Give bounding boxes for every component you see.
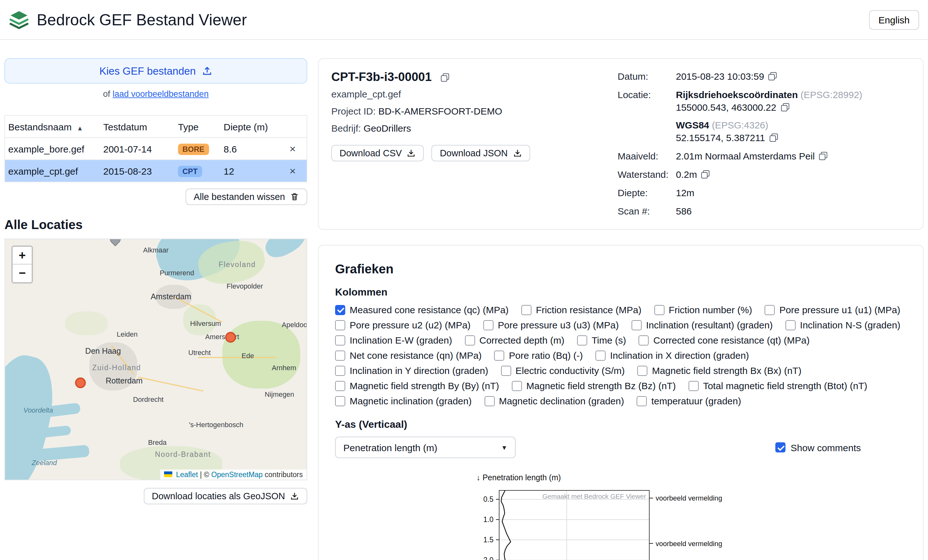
column-checkbox[interactable]: Pore pressure u2 (u2) (MPa) <box>335 320 471 330</box>
load-samples-link[interactable]: laad voorbeeldbestanden <box>113 89 208 99</box>
header-testdatum[interactable]: Testdatum <box>103 121 178 132</box>
column-checkbox[interactable]: Inclination in Y direction (graden) <box>335 365 488 376</box>
map-zoom-control: + − <box>11 245 33 283</box>
column-checkbox[interactable]: temperatuur (graden) <box>636 396 741 406</box>
left-panel: Kies GEF bestanden of laad voorbeeldbest… <box>5 58 307 504</box>
locations-map[interactable]: Alkmaar Purmerend Flevoland Amsterdam Fl… <box>5 239 307 480</box>
checkbox-icon <box>501 365 511 376</box>
checkbox-icon <box>335 320 345 330</box>
clear-all-files-button[interactable]: Alle bestanden wissen <box>185 189 307 205</box>
zoom-in-button[interactable]: + <box>13 247 32 265</box>
diepte-value: 12m <box>676 187 910 199</box>
column-checkbox[interactable]: Magnetic inclination (graden) <box>335 396 472 406</box>
column-checkbox[interactable]: Total magnetic field strength (Btot) (nT… <box>688 380 867 391</box>
column-checkbox[interactable]: Pore pressure u1 (u1) (MPa) <box>765 304 901 315</box>
checkbox-label: Measured cone resistance (qc) (MPa) <box>350 304 509 315</box>
right-panel: CPT-F3b-i3-00001 example_cpt.gef Project… <box>318 58 923 560</box>
location-marker[interactable] <box>75 377 85 388</box>
copy-icon[interactable] <box>781 103 789 111</box>
show-comments-label: Show comments <box>791 442 861 453</box>
column-checkbox[interactable]: Pore pressure u3 (u3) (MPa) <box>483 320 619 330</box>
leaflet-link[interactable]: Leaflet <box>176 471 198 478</box>
column-checkbox[interactable]: Time (s) <box>577 335 626 345</box>
column-checkbox[interactable]: Friction number (%) <box>654 304 752 315</box>
column-checkbox[interactable]: Measured cone resistance (qc) (MPa) <box>335 304 509 315</box>
remove-file-button[interactable]: × <box>286 143 300 155</box>
choose-gef-files-label: Kies GEF bestanden <box>99 65 196 77</box>
location-marker[interactable] <box>225 332 236 343</box>
checkbox-icon <box>335 335 345 345</box>
project-id-value: BD-K-AMERSFOORT-DEMO <box>378 106 502 116</box>
map-place-label: Utrecht <box>188 348 211 356</box>
map-place-label: Rotterdam <box>106 376 143 385</box>
column-checkbox[interactable]: Pore ratio (Bq) (-) <box>495 350 583 361</box>
checkbox-icon <box>495 350 505 361</box>
column-checkbox[interactable]: Magnetic field strength Bx (Bx) (nT) <box>638 365 801 376</box>
map-place-label: Zuid-Holland <box>92 364 141 372</box>
checkbox-label: Time (s) <box>592 335 626 345</box>
yaxis-select[interactable]: Penetration length (m) ▼ <box>335 437 516 458</box>
checkbox-label: Friction number (%) <box>669 304 752 315</box>
checkbox-label: Magnetic field strength Bx (Bx) (nT) <box>652 365 801 376</box>
column-checkbox[interactable]: Magnetic field strength Bz (Bz) (nT) <box>512 380 676 391</box>
charts-card: Grafieken Kolommen Measured cone resista… <box>318 245 923 560</box>
column-checkbox[interactable]: Corrected depth (m) <box>465 335 564 345</box>
header-diepte[interactable]: Diepte (m) <box>224 121 286 132</box>
checkbox-label: Magnetic inclination (graden) <box>350 396 472 406</box>
remove-file-button[interactable]: × <box>286 165 300 177</box>
chart-axis-label: ↓ Penetration length (m) <box>476 473 907 482</box>
column-checkbox[interactable]: Inclination (resultant) (graden) <box>632 320 773 330</box>
column-checkbox[interactable]: Inclination E-W (graden) <box>335 335 452 345</box>
checkbox-icon <box>632 320 642 330</box>
choose-gef-files-button[interactable]: Kies GEF bestanden <box>5 58 307 84</box>
svg-text:0.5: 0.5 <box>483 495 493 504</box>
column-checkbox[interactable]: Corrected cone resistance (qt) (MPa) <box>639 335 810 345</box>
checkbox-icon <box>577 335 587 345</box>
checkbox-icon <box>484 396 495 406</box>
upload-icon <box>202 66 212 76</box>
svg-text:voorbeeld vermelding: voorbeeld vermelding <box>656 540 722 548</box>
copy-icon[interactable] <box>769 134 778 142</box>
copy-icon[interactable] <box>769 72 777 81</box>
map-place-label: Dordrecht <box>133 395 164 403</box>
map-veluwe <box>222 321 301 388</box>
header-type[interactable]: Type <box>178 121 224 132</box>
or-text: of <box>103 89 110 99</box>
metadata-grid: Datum: 2015-08-23 10:03:59 Locatie: Rijk… <box>618 70 910 218</box>
chevron-down-icon: ▼ <box>501 444 507 451</box>
map-place-label: Arnhem <box>272 364 296 372</box>
column-checkbox[interactable]: Magnetic declination (graden) <box>484 396 624 406</box>
column-checkbox[interactable]: Inclination in X direction (graden) <box>595 350 749 361</box>
column-checkbox[interactable]: Friction resistance (MPa) <box>521 304 641 315</box>
column-checkbox[interactable]: Inclination N-S (graden) <box>786 320 901 330</box>
checkbox-icon <box>335 365 345 376</box>
column-checkbox[interactable]: Magnetic field strength By (By) (nT) <box>335 380 499 391</box>
copy-icon[interactable] <box>702 170 710 178</box>
zoom-out-button[interactable]: − <box>13 265 32 282</box>
checkbox-label: Inclination N-S (graden) <box>800 320 901 330</box>
columns-label: Kolommen <box>335 287 907 298</box>
file-row[interactable]: example_cpt.gef 2015-08-23 CPT 12 × <box>5 160 307 182</box>
checkbox-label: Total magnetic field strength (Btot) (nT… <box>703 380 867 391</box>
copy-test-id-icon[interactable] <box>441 73 449 81</box>
show-comments-checkbox[interactable]: Show comments <box>775 442 861 453</box>
checkbox-icon <box>654 305 664 315</box>
checkbox-icon <box>775 442 786 452</box>
checkbox-icon <box>465 335 475 345</box>
header-bestandsnaam[interactable]: Bestandsnaam ▲ <box>8 121 103 132</box>
osm-link[interactable]: OpenStreetMap <box>211 471 263 478</box>
column-checkbox[interactable]: Net cone resistance (qn) (MPa) <box>335 350 482 361</box>
download-csv-button[interactable]: Download CSV <box>331 145 424 161</box>
checkbox-label: Magnetic field strength Bz (Bz) (nT) <box>527 380 676 391</box>
download-icon <box>290 492 299 501</box>
svg-text:1.5: 1.5 <box>483 536 493 544</box>
locatie-value: Rijksdriehoekscoördinaten (EPSG:28992) 1… <box>676 88 910 144</box>
copy-icon[interactable] <box>820 152 827 160</box>
column-checkbox[interactable]: Electric conductivity (S/m) <box>501 365 625 376</box>
file-row[interactable]: example_bore.gef 2001-07-14 BORE 8.6 × <box>5 137 307 160</box>
download-json-button[interactable]: Download JSON <box>432 145 530 161</box>
maaiveld-value: 2.01m Normaal Amsterdams Peil <box>676 150 910 163</box>
download-geojson-button[interactable]: Download locaties als GeoJSON <box>143 488 307 504</box>
language-button[interactable]: English <box>869 10 919 29</box>
checkbox-label: Net cone resistance (qn) (MPa) <box>350 350 482 361</box>
